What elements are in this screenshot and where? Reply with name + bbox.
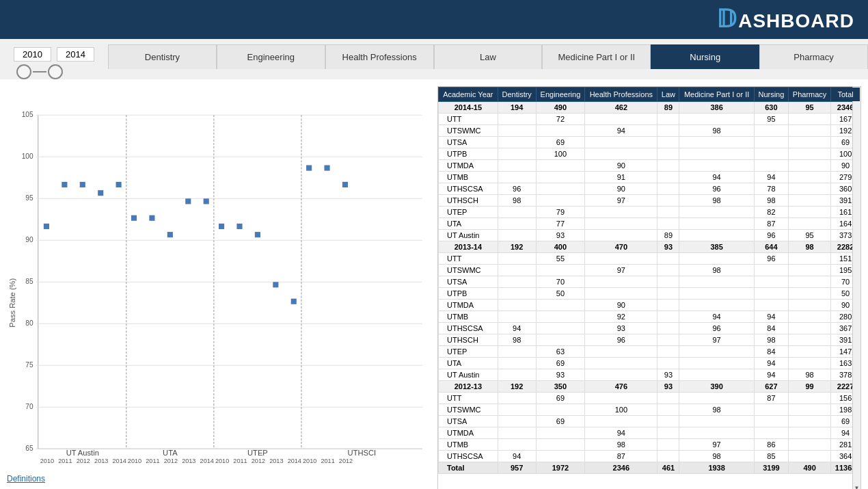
dp-uta-2011 (149, 215, 154, 221)
x-label-utaustin-2011: 2011 (58, 458, 72, 464)
table-cell: 98 (754, 195, 788, 207)
start-year-input[interactable] (14, 47, 51, 62)
table-cell (789, 358, 831, 369)
table-cell: UTHSCSA (439, 183, 498, 195)
table-cell (657, 160, 679, 172)
table-cell: UTA (439, 358, 498, 369)
table-total-cell: Total (439, 462, 498, 474)
main-content: Pass Rate (%) 65 70 75 (0, 79, 868, 489)
table-cell (789, 148, 831, 160)
table-cell: 77 (536, 218, 585, 230)
table-cell (679, 160, 754, 172)
dp-uthsci-2011 (324, 166, 329, 171)
x-label-uthsci-2012: 2012 (339, 458, 353, 464)
col-engineering: Engineering (536, 88, 585, 102)
table-cell: 96 (754, 253, 788, 265)
table-cell (498, 137, 536, 148)
x-label-utep-2011: 2011 (233, 458, 247, 464)
table-cell: UTEP (439, 207, 498, 218)
x-label-utaustin-2014: 2014 (112, 458, 126, 464)
table-cell: 95 (789, 102, 831, 114)
table-cell: 390 (679, 381, 754, 393)
slider-handle-left[interactable] (16, 64, 31, 79)
x-label-utep-2013: 2013 (269, 458, 283, 464)
table-cell (585, 207, 657, 218)
table-cell: UTSA (439, 137, 498, 148)
scroll-down-arrow[interactable]: ▼ (854, 485, 860, 489)
x-label-utaustin-2012: 2012 (77, 458, 90, 464)
y-label-80: 80 (25, 319, 33, 327)
table-cell: 50 (536, 288, 585, 300)
table-cell (657, 311, 679, 323)
table-cell (657, 172, 679, 183)
tab-dentistry[interactable]: Dentistry (108, 44, 217, 69)
table-cell: UTSWMC (439, 265, 498, 276)
table-cell: 93 (536, 230, 585, 241)
table-cell: 89 (657, 102, 679, 114)
table-cell: UTPB (439, 148, 498, 160)
table-cell: 192 (498, 381, 536, 393)
col-total: Total (831, 88, 860, 102)
table-container[interactable]: Academic Year Dentistry Engineering Heal… (438, 87, 860, 489)
col-nursing: Nursing (754, 88, 788, 102)
definitions-link[interactable]: Definitions (7, 474, 45, 484)
table-cell: 90 (585, 160, 657, 172)
tab-engineering[interactable]: Engineering (217, 44, 325, 69)
section-label-utaustin: UT Austin (66, 449, 99, 457)
table-cell: 98 (585, 439, 657, 451)
logo-d: 𝔻 (716, 7, 737, 31)
dp-utep-2011 (236, 224, 242, 229)
table-total-cell: 490 (789, 462, 831, 474)
table-total-row: Total957197223464611938319949011363 (439, 462, 860, 474)
table-cell: 69 (536, 416, 585, 427)
table-row: UTA7787164 (439, 218, 860, 230)
table-cell: UTPB (439, 288, 498, 300)
table-cell (679, 230, 754, 241)
end-year-input[interactable] (57, 47, 94, 62)
table-cell: 72 (536, 114, 585, 125)
table-cell (789, 265, 831, 276)
table-cell (657, 334, 679, 346)
table-cell (585, 276, 657, 288)
dp-uthsci-2012 (342, 182, 348, 187)
table-cell: UTT (439, 253, 498, 265)
table-cell: 94 (498, 323, 536, 334)
table-cell: 94 (585, 125, 657, 137)
table-cell: 69 (536, 137, 585, 148)
table-cell (536, 183, 585, 195)
table-cell: 2014-15 (439, 102, 498, 114)
table-cell (754, 125, 788, 137)
tab-pharmacy[interactable]: Pharmacy (759, 44, 868, 69)
table-cell (657, 218, 679, 230)
table-cell: 93 (657, 369, 679, 381)
table-cell (789, 114, 831, 125)
table-cell: 69 (536, 393, 585, 404)
tab-medicine[interactable]: Medicine Part I or II (542, 44, 651, 69)
table-cell (789, 416, 831, 427)
slider-handle-right[interactable] (48, 64, 63, 79)
table-cell (789, 218, 831, 230)
table-cell (657, 451, 679, 462)
table-cell (679, 393, 754, 404)
tab-law[interactable]: Law (434, 44, 543, 69)
table-row: UTEP6384147 (439, 346, 860, 358)
table-row: UTSA6969 (439, 416, 860, 427)
slider-track (33, 71, 46, 72)
table-cell: 90 (585, 300, 657, 311)
table-cell (498, 218, 536, 230)
table-cell (789, 183, 831, 195)
table-cell (536, 300, 585, 311)
table-cell: 92 (585, 311, 657, 323)
table-cell: UTSA (439, 276, 498, 288)
col-medicine: Medicine Part I or II (679, 88, 754, 102)
table-cell: 94 (498, 451, 536, 462)
table-cell (536, 404, 585, 416)
table-row: UT Austin93899695373 (439, 230, 860, 241)
tab-nursing[interactable]: Nursing (651, 44, 759, 69)
col-pharmacy: Pharmacy (789, 88, 831, 102)
table-cell (679, 427, 754, 439)
tab-health-professions[interactable]: Health Professions (325, 44, 434, 69)
table-total-cell: 2346 (585, 462, 657, 474)
table-cell (657, 195, 679, 207)
table-cell (657, 300, 679, 311)
